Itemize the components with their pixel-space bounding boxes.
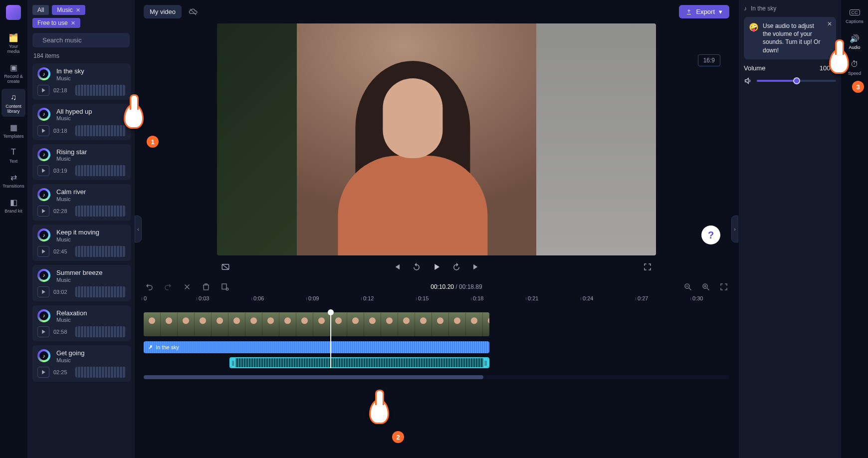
tool-speed[interactable]: ⏱ Speed [842,57,867,78]
volume-slider[interactable] [757,80,836,82]
svg-line-13 [707,288,709,290]
media-duration: 02:18 [53,87,71,93]
fullscreen-button[interactable] [642,261,653,272]
safe-zone-toggle[interactable] [220,261,231,272]
music-icon: ♪ [37,269,50,282]
slider-knob[interactable] [793,77,800,84]
media-card[interactable]: ♪Summer breezeMusic03:02 [32,265,131,301]
time-readout: 00:10.20 / 00:18.89 [238,283,674,290]
nav-brand-kit[interactable]: ◧ Brand kit [1,194,25,217]
chip-music[interactable]: Music✕ [52,5,85,15]
clip-trim-right[interactable]: || [483,358,488,367]
export-button[interactable]: Export ▾ [679,5,729,18]
nav-text[interactable]: T Text [1,144,25,167]
media-card[interactable]: ♪RelaxationMusic02:58 [32,305,131,342]
music-icon: ♪ [37,148,50,161]
forward-button[interactable] [451,261,462,272]
cloud-sync-icon[interactable] [188,6,199,17]
waveform [144,341,489,353]
media-card[interactable]: ♪In the skyMusic02:18 [32,63,131,100]
playhead[interactable] [330,313,331,368]
preview-play-button[interactable] [37,286,49,297]
nav-templates[interactable]: ▦ Templates [1,119,25,142]
tool-rail: CC Captions 🔊 Audio ⏱ Speed [841,0,868,458]
nav-record[interactable]: ▣ Record & create [1,59,25,87]
media-card[interactable]: ♪Keep it movingMusic02:45 [32,225,131,261]
skip-start-button[interactable] [391,261,402,272]
close-tip-button[interactable]: ✕ [827,20,832,28]
help-button[interactable]: ? [701,226,720,244]
music-icon: ♪ [37,108,50,121]
upload-icon [686,9,692,15]
media-card[interactable]: ♪Get goingMusic02:25 [32,345,131,382]
preview-person [318,36,507,255]
play-button[interactable] [431,261,442,272]
media-duration: 02:45 [53,248,71,254]
timeline[interactable]: 00:030:060:090:120:150:180:210:240:270:3… [135,295,738,387]
media-duration: 03:19 [53,168,71,174]
timeline-ruler[interactable]: 00:030:060:090:120:150:180:210:240:270:3… [144,295,729,308]
tool-audio[interactable]: 🔊 Audio [842,31,867,52]
clip-trim-left[interactable]: || [230,358,235,367]
close-icon[interactable]: ✕ [71,20,75,26]
audio-clip-in-the-sky[interactable]: In the sky [144,341,489,353]
music-note-icon [148,345,153,350]
timeline-tracks: In the sky || || [144,312,729,368]
collapse-right-panel[interactable]: › [731,216,738,242]
svg-line-4 [222,264,229,270]
music-icon: ♪ [37,309,50,322]
ruler-tick: 0:18 [473,295,483,301]
media-subtitle: Music [56,156,126,162]
music-icon: ♪ [37,229,50,241]
video-clip[interactable] [144,312,489,336]
skip-end-button[interactable] [471,261,482,272]
preview-play-button[interactable] [37,206,49,217]
redo-button[interactable] [163,281,174,292]
tool-captions[interactable]: CC Captions [842,5,867,26]
duplicate-button[interactable] [219,281,230,292]
scrollbar-thumb[interactable] [144,375,483,379]
close-icon[interactable]: ✕ [76,7,80,13]
collapse-left-panel[interactable]: ‹ [135,216,142,242]
delete-button[interactable] [201,281,212,292]
editor-center: My video Export ▾ [135,0,738,458]
speaker-icon[interactable] [744,77,752,85]
media-duration: 03:02 [53,289,71,295]
preview-play-button[interactable] [37,85,49,96]
ruler-tick: 0 [144,295,147,301]
preview-play-button[interactable] [37,326,49,337]
chip-all[interactable]: All [32,5,49,15]
media-card[interactable]: ♪Rising starMusic03:19 [32,144,131,181]
media-subtitle: Music [56,236,126,243]
nav-content-library[interactable]: ♫ Content library [1,89,25,117]
audio-clip-selected[interactable]: || || [229,357,489,368]
zoom-in-button[interactable] [700,281,711,292]
media-list[interactable]: ♪In the skyMusic02:18♪All hyped upMusic0… [27,63,135,458]
zoom-fit-button[interactable] [718,281,729,292]
search-music[interactable] [32,33,130,47]
rewind-button[interactable] [411,261,422,272]
media-card[interactable]: ♪Calm riverMusic02:28 [32,184,131,221]
media-card[interactable]: ♪All hyped upMusic03:18 [32,104,131,140]
audio-tip: 🤪 Use audio to adjust the volume of your… [744,17,836,59]
zoom-out-button[interactable] [682,281,693,292]
preview-play-button[interactable] [37,125,49,136]
undo-button[interactable] [144,281,155,292]
result-count: 184 items [27,50,135,63]
video-preview[interactable] [217,23,656,255]
timeline-scrollbar[interactable] [144,375,729,379]
search-input[interactable] [41,36,127,44]
project-title[interactable]: My video [144,5,182,18]
nav-your-media[interactable]: 🗂️ Your media [1,29,25,57]
nav-transitions[interactable]: ⇄ Transitions [1,169,25,192]
svg-line-2 [190,9,196,15]
music-icon: ♪ [37,188,50,201]
split-button[interactable] [182,281,193,292]
preview-play-button[interactable] [37,367,49,378]
preview-play-button[interactable] [37,246,49,257]
waveform-thumbnail [75,206,126,217]
aspect-ratio-button[interactable]: 16:9 [698,54,720,66]
chip-free[interactable]: Free to use✕ [32,18,80,28]
preview-play-button[interactable] [37,165,49,176]
brand-icon: ◧ [8,197,19,208]
